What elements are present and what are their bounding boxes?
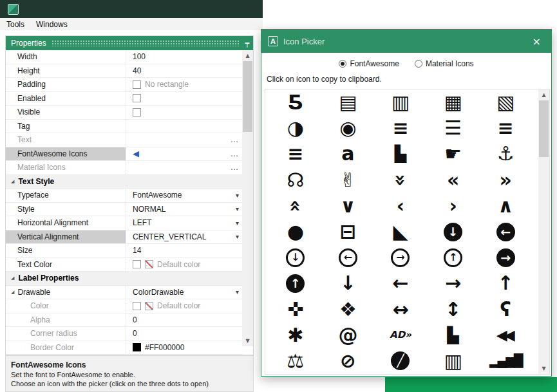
icon-cell-angle-up[interactable]: ∧ — [479, 193, 532, 219]
property-value[interactable]: Default color — [126, 258, 243, 272]
ellipsis-button[interactable]: … — [231, 135, 239, 144]
icon-cell-arrow-right[interactable]: → — [427, 270, 480, 296]
property-section-row[interactable]: ◢Text Style — [6, 175, 243, 189]
properties-panel-header[interactable]: Properties ┯ — [6, 36, 253, 50]
icon-cell-angle-double-right[interactable]: » — [479, 167, 532, 193]
icon-cell-bandcamp[interactable]: ╱ — [374, 348, 427, 374]
icon-cell-align-right[interactable]: ≡ — [269, 141, 322, 167]
icon-cell-audio-description[interactable]: AD» — [374, 322, 427, 348]
scrollbar-thumb[interactable] — [243, 61, 252, 132]
scroll-down-icon[interactable]: ▼ — [538, 363, 549, 374]
icon-cell-align-center[interactable]: ≡ — [374, 115, 427, 141]
icon-cell-ambulance[interactable]: ▙ — [374, 141, 427, 167]
icon-cell-assistive-listening-systems[interactable]: ʕ — [479, 297, 532, 322]
icon-cell-asterisk[interactable]: ✱ — [269, 322, 322, 348]
icon-cell-address-card-o[interactable]: ▧ — [479, 89, 532, 115]
icon-cell-arrows-h[interactable]: ↔ — [374, 297, 427, 322]
icon-cell-arrow-circle-o-up[interactable]: ↑ — [427, 245, 480, 270]
ellipsis-button[interactable]: … — [231, 163, 239, 172]
icon-cell-500px[interactable]: Ƽ — [269, 89, 322, 115]
icon-cell-bar-chart[interactable]: ▂▄▆█ — [479, 348, 532, 374]
property-value[interactable]: 40 — [126, 64, 243, 78]
dropdown-caret-icon[interactable]: ▾ — [236, 219, 239, 227]
icon-cell-arrow-circle-o-left[interactable]: ← — [322, 245, 375, 270]
scroll-up-icon[interactable]: ▲ — [538, 89, 549, 100]
icon-cell-archive[interactable]: ⊟ — [322, 219, 375, 245]
icon-cell-angle-double-left[interactable]: « — [427, 167, 480, 193]
icon-cell-area-chart[interactable]: ◣ — [374, 219, 427, 245]
expander-icon[interactable]: ◢ — [11, 179, 14, 184]
ellipsis-button[interactable]: … — [231, 149, 239, 158]
icon-cell-address-book[interactable]: ▤ — [322, 89, 375, 115]
property-value[interactable]: NORMAL▾ — [126, 203, 243, 216]
property-value[interactable]: CENTER_VERTICAL▾ — [126, 230, 243, 244]
icon-cell-automobile[interactable]: ▙ — [427, 322, 480, 348]
checkbox[interactable] — [133, 80, 141, 89]
property-value[interactable] — [126, 120, 243, 133]
property-value[interactable]: 0 — [126, 313, 243, 327]
icon-cell-balance-scale[interactable]: ⚖ — [269, 348, 322, 374]
property-value[interactable]: 0 — [126, 327, 243, 341]
expander-icon[interactable]: ◢ — [11, 275, 14, 281]
radio-button[interactable] — [339, 60, 346, 68]
pin-icon[interactable]: ┯ — [245, 40, 249, 47]
icon-cell-angle-double-down[interactable]: » — [374, 167, 427, 193]
dropdown-caret-icon[interactable]: ▾ — [236, 233, 239, 240]
icon-cell-angle-down[interactable]: ∨ — [322, 193, 375, 219]
checkbox[interactable] — [133, 260, 141, 268]
icon-cell-adjust[interactable]: ◑ — [269, 115, 322, 141]
scroll-down-icon[interactable]: ▼ — [242, 335, 253, 346]
property-value[interactable]: 14 — [126, 244, 243, 257]
dropdown-caret-icon[interactable]: ▾ — [236, 192, 239, 199]
icon-cell-arrow-up[interactable]: ↑ — [479, 270, 532, 296]
icon-cell-bars[interactable]: ☰ — [322, 374, 375, 375]
icon-cell-anchor[interactable]: ⚓ — [479, 141, 532, 167]
icon-cell-angle-double-up[interactable]: « — [269, 193, 322, 219]
close-icon[interactable]: × — [529, 35, 545, 48]
icon-cell-angle-right[interactable]: › — [427, 193, 480, 219]
menu-item-tools[interactable]: Tools — [6, 20, 24, 29]
property-value[interactable]: LEFT▾ — [126, 216, 243, 230]
icon-cell-arrow-circle-o-down[interactable]: ↓ — [269, 245, 322, 270]
property-value[interactable]: ColorDrawable▾ — [126, 286, 243, 299]
icon-cell-backward[interactable]: ◀◀ — [479, 322, 532, 348]
icon-cell-amazon[interactable]: a — [322, 141, 375, 167]
icon-cell-ban[interactable]: ⊘ — [322, 348, 375, 374]
icon-cell-american-sign-language-interpreting[interactable]: ☛ — [427, 141, 480, 167]
property-value[interactable]: FontAwesome▾ — [126, 189, 243, 202]
icon-cell-arrow-circle-o-right[interactable]: → — [374, 245, 427, 270]
property-value[interactable] — [126, 106, 243, 119]
icon-cell-arrows-alt[interactable]: ❖ — [322, 297, 375, 322]
property-value[interactable] — [126, 92, 243, 106]
icon-cell-apple[interactable]: ● — [269, 219, 322, 245]
scroll-up-icon[interactable]: ▲ — [242, 50, 253, 61]
property-value[interactable]: 100 — [126, 50, 243, 64]
icon-cell-arrow-down[interactable]: ↓ — [322, 270, 375, 296]
icon-cell-align-justify[interactable]: ☰ — [427, 115, 480, 141]
dropdown-caret-icon[interactable]: ▾ — [236, 288, 239, 295]
icon-cell-battery-empty[interactable]: ▭ — [427, 374, 480, 375]
menu-item-windows[interactable]: Windows — [36, 20, 68, 29]
checkbox[interactable] — [133, 302, 141, 310]
icon-cell-bank[interactable]: ▥ — [427, 348, 480, 374]
property-value[interactable]: #FF000000 — [126, 341, 243, 355]
icon-cell-adn[interactable]: ◉ — [322, 115, 375, 141]
icon-cell-address-book-o[interactable]: ▥ — [374, 89, 427, 115]
icon-cell-barcode[interactable]: ║▌║▌║ — [269, 374, 322, 375]
icon-cell-arrow-circle-left[interactable]: ← — [479, 219, 532, 245]
icon-cell-arrows[interactable]: ✜ — [269, 297, 322, 322]
icon-cell-arrow-left[interactable]: ← — [374, 270, 427, 296]
property-value[interactable]: … — [126, 133, 243, 147]
icon-cell-arrows-v[interactable]: ↕ — [427, 297, 480, 322]
icon-cell-angellist[interactable]: ✌ — [322, 167, 375, 193]
icon-cell-arrow-circle-down[interactable]: ↓ — [427, 219, 480, 245]
radio-option-material-icons[interactable]: Material Icons — [415, 59, 474, 68]
dialog-titlebar[interactable]: A Icon Picker × — [261, 30, 551, 53]
property-value[interactable]: ◀… — [126, 147, 243, 161]
icon-cell-battery-full[interactable]: ▬ — [479, 374, 532, 375]
icon-cell-address-card[interactable]: ▦ — [427, 89, 480, 115]
checkbox[interactable] — [133, 108, 141, 117]
scrollbar-thumb[interactable] — [539, 100, 549, 157]
icon-cell-arrow-circle-up[interactable]: ↑ — [269, 270, 322, 296]
properties-scrollbar[interactable]: ▲ ▼ — [242, 50, 253, 346]
